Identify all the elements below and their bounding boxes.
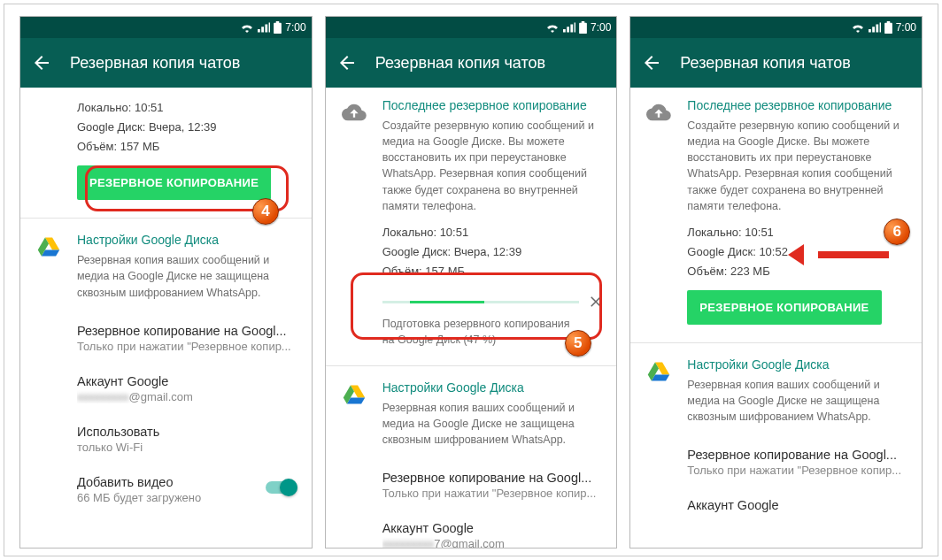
signal-icon <box>869 22 881 33</box>
status-bar: 7:00 <box>20 17 312 38</box>
battery-icon <box>579 21 587 34</box>
status-time: 7:00 <box>285 21 305 34</box>
battery-icon <box>274 21 282 34</box>
setting-google-account[interactable]: Аккаунт Google <box>630 487 922 523</box>
setting-network[interactable]: Использовать только Wi-Fi <box>20 414 312 464</box>
highlight-arrow <box>800 244 889 265</box>
backup-button[interactable]: РЕЗЕРВНОЕ КОПИРОВАНИЕ <box>77 165 271 200</box>
gdrive-settings-section: Настройки Google Диска Резервная копия в… <box>630 347 922 437</box>
info-gdrive: Google Диск: Вчера, 12:39 <box>77 118 297 137</box>
info-gdrive: Google Диск: Вчера, 12:39 <box>382 242 603 262</box>
gdrive-settings-section: Настройки Google Диска Резервная копия в… <box>20 222 312 312</box>
gdrive-settings-desc: Резервная копия ваших сообщений и медиа … <box>687 377 907 425</box>
gdrive-settings-header: Настройки Google Диска <box>687 357 907 372</box>
back-icon[interactable] <box>336 52 358 73</box>
gdrive-settings-desc: Резервная копия ваших сообщений и медиа … <box>382 400 603 448</box>
last-backup-section: Последнее резервное копирование Создайте… <box>630 88 922 339</box>
backup-button[interactable]: РЕЗЕРВНОЕ КОПИРОВАНИЕ <box>687 290 881 325</box>
status-bar: 7:00 <box>630 17 922 38</box>
status-time: 7:00 <box>896 21 916 34</box>
progress-bar <box>382 301 580 303</box>
wifi-icon <box>851 22 865 33</box>
app-bar: Резервная копия чатов <box>20 38 312 88</box>
cloud-upload-icon <box>646 100 671 125</box>
google-drive-icon <box>36 234 61 259</box>
backup-info-section: Локально: 10:51 Google Диск: Вчера, 12:3… <box>20 88 312 214</box>
back-icon[interactable] <box>31 52 52 73</box>
last-backup-header: Последнее резервное копирование <box>687 98 907 112</box>
status-bar: 7:00 <box>326 17 617 38</box>
app-bar-title: Резервная копия чатов <box>680 54 850 73</box>
app-bar-title: Резервная копия чатов <box>70 54 240 73</box>
app-bar: Резервная копия чатов <box>326 38 617 88</box>
video-toggle[interactable] <box>266 479 297 496</box>
last-backup-header: Последнее резервное копирование <box>382 98 603 112</box>
signal-icon <box>258 22 270 33</box>
gdrive-settings-desc: Резервная копия ваших сообщений и медиа … <box>77 252 297 300</box>
phone-screen-2: 7:00 Резервная копия чатов Последнее рез… <box>325 16 618 548</box>
battery-icon <box>884 21 892 34</box>
google-drive-icon <box>342 382 367 407</box>
phone-screen-3: 7:00 Резервная копия чатов Последнее рез… <box>629 16 923 548</box>
back-icon[interactable] <box>641 52 662 73</box>
last-backup-desc: Создайте резервную копию сообщений и мед… <box>687 118 907 214</box>
setting-include-video[interactable]: Добавить видео 66 МБ будет загружено <box>20 464 312 515</box>
info-local: Локально: 10:51 <box>687 223 907 242</box>
setting-backup-to-gdrive[interactable]: Резервное копирование на Googl... Только… <box>20 313 312 364</box>
setting-google-account[interactable]: Аккаунт Google xxxxxxxxx@gmail.com <box>20 364 312 414</box>
setting-backup-to-gdrive[interactable]: Резервное копирование на Googl... Только… <box>630 437 922 487</box>
setting-google-account[interactable]: Аккаунт Google xxxxxxxxx7@gmail.com <box>326 510 617 548</box>
wifi-icon <box>240 22 254 33</box>
last-backup-section: Последнее резервное копирование Создайте… <box>326 88 617 285</box>
phone-screen-1: 7:00 Резервная копия чатов Локально: 10:… <box>19 16 313 548</box>
info-local: Локально: 10:51 <box>382 223 603 242</box>
badge-4: 4 <box>252 198 279 225</box>
info-local: Локально: 10:51 <box>77 98 297 118</box>
google-drive-icon <box>646 359 671 384</box>
wifi-icon <box>545 22 560 33</box>
info-size: Объём: 157 МБ <box>77 137 297 157</box>
cancel-backup-icon[interactable] <box>588 294 604 310</box>
last-backup-desc: Создайте резервную копию сообщений и мед… <box>382 118 603 214</box>
gdrive-settings-section: Настройки Google Диска Резервная копия в… <box>326 370 617 460</box>
status-time: 7:00 <box>591 21 611 34</box>
cloud-upload-icon <box>342 100 367 125</box>
gdrive-settings-header: Настройки Google Диска <box>77 233 297 247</box>
setting-backup-to-gdrive[interactable]: Резервное копирование на Googl... Только… <box>326 460 617 510</box>
signal-icon <box>563 22 575 33</box>
info-size: Объём: 157 МБ <box>382 262 603 281</box>
badge-5: 5 <box>565 330 591 357</box>
gdrive-settings-header: Настройки Google Диска <box>382 380 603 395</box>
app-bar: Резервная копия чатов <box>630 38 922 88</box>
app-bar-title: Резервная копия чатов <box>375 54 545 73</box>
